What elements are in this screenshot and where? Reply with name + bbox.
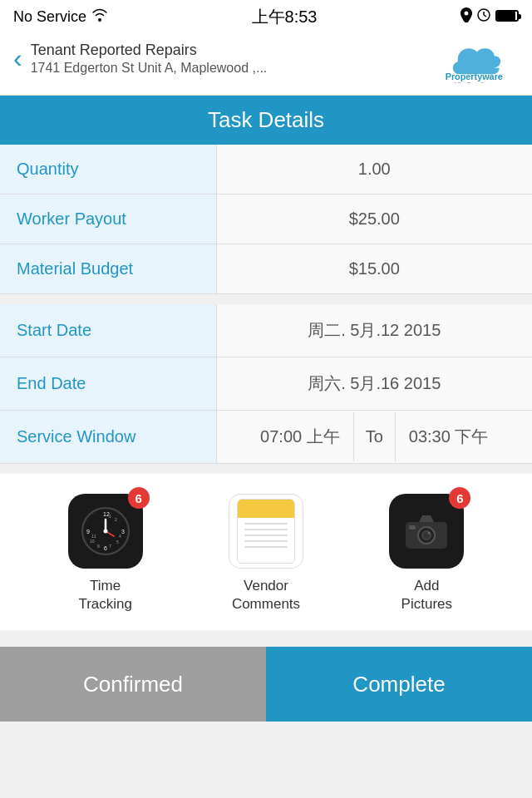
svg-text:2: 2	[115, 517, 117, 522]
notes-line-2	[244, 529, 288, 530]
svg-point-26	[428, 532, 431, 534]
spacer-2	[0, 630, 532, 640]
svg-text:3: 3	[121, 529, 125, 534]
svg-text:10: 10	[90, 539, 95, 544]
worker-payout-label: Worker Payout	[0, 195, 216, 244]
status-bar: No Service 上午8:53	[0, 0, 532, 33]
propertyware-logo: Propertyware A RealPage Company	[419, 42, 519, 83]
status-right	[461, 7, 519, 27]
time-tracking-badge: 6	[128, 487, 150, 509]
svg-text:1: 1	[109, 514, 111, 519]
status-left: No Service	[13, 8, 108, 26]
add-pictures-icon-wrapper: 6	[389, 494, 464, 569]
add-pictures-item[interactable]: 6 AddPictures	[389, 494, 464, 613]
notes-icon	[237, 499, 295, 564]
svg-text:8: 8	[97, 544, 100, 549]
spacer-1	[0, 464, 532, 474]
confirmed-button[interactable]: Confirmed	[0, 647, 266, 722]
end-date-row: End Date 周六. 5月.16 2015	[0, 357, 532, 411]
worker-payout-value: $25.00	[216, 195, 532, 244]
nav-subtitle: 1741 Edgerton St Unit A, Maplewood ,...	[31, 61, 419, 76]
vendor-comments-label: VendorComments	[232, 577, 300, 613]
end-date-label: End Date	[0, 357, 216, 411]
time-tracking-item[interactable]: 6 12 3 6 9 1 2 4 5 7 8 10 11	[68, 494, 143, 613]
notes-line-4	[244, 540, 288, 542]
clock-status-icon	[477, 8, 490, 26]
start-date-label: Start Date	[0, 304, 216, 357]
carrier-label: No Service	[13, 8, 86, 26]
notes-line-1	[244, 523, 288, 525]
svg-text:9: 9	[86, 529, 90, 534]
service-window-label: Service Window	[0, 411, 216, 464]
material-budget-value: $15.00	[216, 244, 532, 294]
task-details-table: Quantity 1.00 Worker Payout $25.00 Mater…	[0, 145, 532, 294]
start-date-row: Start Date 周二. 5月.12 2015	[0, 304, 532, 357]
location-icon	[461, 7, 472, 27]
svg-text:6: 6	[104, 545, 107, 551]
vendor-comments-item[interactable]: VendorComments	[229, 494, 303, 613]
complete-button[interactable]: Complete	[266, 647, 532, 722]
quantity-value: 1.00	[216, 145, 532, 195]
back-button[interactable]: ‹	[13, 45, 22, 71]
clock-icon: 12 3 6 9 1 2 4 5 7 8 10 11	[79, 505, 132, 558]
logo-area: Propertyware A RealPage Company	[419, 42, 519, 83]
notes-top	[238, 500, 294, 518]
svg-text:7: 7	[109, 544, 111, 549]
time-tracking-label: TimeTracking	[78, 577, 132, 613]
material-budget-label: Material Budget	[0, 244, 216, 294]
svg-text:4: 4	[119, 534, 121, 539]
service-window-to-label: To	[353, 412, 396, 461]
svg-text:Propertyware: Propertyware	[446, 71, 503, 81]
svg-rect-27	[409, 525, 416, 530]
svg-point-21	[103, 530, 107, 534]
add-pictures-badge: 6	[449, 487, 470, 509]
wifi-icon	[91, 8, 108, 26]
svg-text:11: 11	[91, 534, 96, 539]
svg-text:A RealPage Company: A RealPage Company	[454, 81, 501, 84]
notes-body	[238, 518, 294, 563]
date-details-table: Start Date 周二. 5月.12 2015 End Date 周六. 5…	[0, 304, 532, 464]
nav-bar: ‹ Tenant Reported Repairs 1741 Edgerton …	[0, 33, 532, 96]
nav-title: Tenant Reported Repairs	[31, 42, 419, 59]
time-tracking-icon-wrapper: 6 12 3 6 9 1 2 4 5 7 8 10 11	[68, 494, 143, 569]
add-pictures-label: AddPictures	[401, 577, 452, 613]
nav-info: Tenant Reported Repairs 1741 Edgerton St…	[22, 42, 419, 76]
notes-line-5	[244, 546, 288, 548]
service-window-value: 07:00 上午 To 03:30 下午	[216, 411, 532, 464]
svg-line-2	[484, 15, 486, 17]
section-header: Task Details	[0, 96, 532, 145]
worker-payout-row: Worker Payout $25.00	[0, 195, 532, 244]
svg-text:5: 5	[116, 539, 119, 544]
status-time: 上午8:53	[252, 6, 318, 28]
notes-line-3	[244, 534, 288, 536]
quantity-label: Quantity	[0, 145, 216, 195]
end-date-value: 周六. 5月.16 2015	[216, 357, 532, 411]
battery-status-icon	[495, 8, 519, 26]
bottom-buttons: Confirmed Complete	[0, 647, 532, 722]
vendor-comments-icon-wrapper	[229, 494, 303, 569]
start-date-value: 周二. 5月.12 2015	[216, 304, 532, 357]
icons-section: 6 12 3 6 9 1 2 4 5 7 8 10 11	[0, 474, 532, 630]
table-gap-1	[0, 294, 532, 304]
camera-icon	[402, 510, 451, 552]
service-window-until: 03:30 下午	[396, 411, 502, 463]
service-window-row: Service Window 07:00 上午 To 03:30 下午	[0, 411, 532, 464]
service-window-from: 07:00 上午	[247, 411, 353, 463]
material-budget-row: Material Budget $15.00	[0, 244, 532, 294]
quantity-row: Quantity 1.00	[0, 145, 532, 195]
